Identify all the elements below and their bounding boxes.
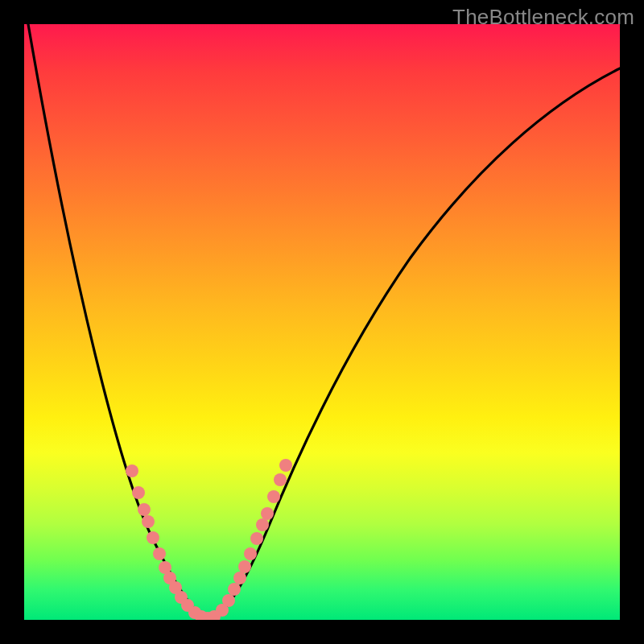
marker-dot (132, 486, 145, 499)
bottleneck-curve (28, 24, 620, 617)
marker-dot (250, 532, 263, 545)
marker-dot (256, 518, 269, 531)
marker-cluster-left (126, 464, 201, 619)
marker-dot (244, 547, 257, 560)
marker-dot (147, 531, 159, 544)
marker-dot (267, 490, 280, 503)
marker-cluster-right (216, 459, 292, 617)
marker-dot (261, 507, 274, 520)
chart-svg (24, 24, 620, 620)
marker-dot (153, 547, 166, 560)
marker-dot (233, 572, 246, 584)
marker-dot (238, 560, 251, 573)
marker-dot (126, 464, 138, 477)
marker-dot (279, 459, 292, 472)
marker-dot (142, 515, 155, 528)
marker-dot (138, 503, 151, 516)
marker-dot (228, 583, 241, 596)
chart-frame: TheBottleneck.com (0, 0, 644, 644)
marker-dot (222, 594, 235, 607)
marker-dot (274, 473, 287, 486)
